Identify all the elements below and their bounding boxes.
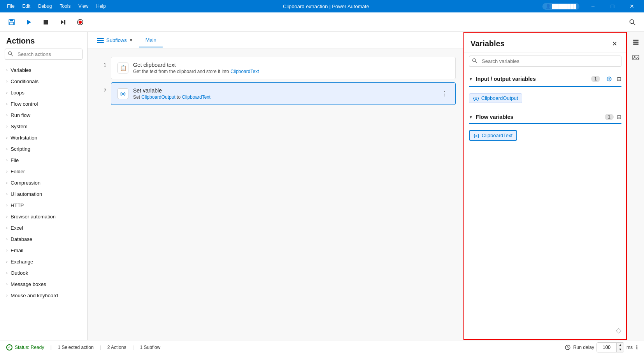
variables-search-input[interactable] [469,56,621,67]
svg-marker-5 [61,20,64,24]
flow-variables-filter-icon[interactable]: ⊟ [617,114,621,120]
action-chevron: › [6,79,7,84]
subflows-button[interactable]: Subflows ▼ [92,34,138,46]
action-item-mouse-and-keyboard[interactable]: ›Mouse and keyboard [0,290,87,301]
action-item-run-flow[interactable]: ›Run flow [0,110,87,121]
run-delay-decrement[interactable]: ▼ [617,347,624,352]
input-output-filter-icon[interactable]: ⊟ [617,76,621,82]
svg-line-12 [11,54,13,56]
action-label: Run flow [11,112,30,118]
menu-help[interactable]: Help [92,0,110,12]
action-item-folder[interactable]: ›Folder [0,166,87,177]
tab-main[interactable]: Main [139,33,163,47]
action-chevron: › [6,158,7,162]
search-toolbar-button[interactable] [625,15,639,29]
close-button[interactable]: ✕ [623,0,641,12]
action-label: Mouse and keyboard [11,293,58,298]
step-desc-1: Get the text from the clipboard and stor… [133,69,449,74]
variables-panel: Variables ✕ ▼ Input / output variables 1 [463,32,627,340]
run-delay-unit: ms [626,345,633,350]
menu-file[interactable]: File [3,0,18,12]
canvas-area: Subflows ▼ Main 1 📋 Get clipboard text G… [88,32,463,340]
svg-rect-2 [10,22,14,25]
step-card-1[interactable]: 📋 Get clipboard text Get the text from t… [111,57,456,79]
action-chevron: › [6,91,7,95]
run-delay-spinners: ▲ ▼ [616,343,624,352]
run-delay-info-button[interactable]: ℹ [636,344,638,351]
image-button[interactable] [629,51,643,65]
action-item-scripting[interactable]: ›Scripting [0,143,87,155]
run-delay-increment[interactable]: ▲ [617,343,624,347]
stop-button[interactable] [39,15,53,29]
variables-close-button[interactable]: ✕ [609,38,620,49]
action-item-message-boxes[interactable]: ›Message boxes [0,279,87,290]
record-button[interactable] [73,15,87,29]
run-delay-input[interactable] [597,344,616,351]
action-label: Conditionals [11,78,39,84]
step-card-2[interactable]: {x} Set variable Set ClipboardOutput to … [111,82,456,105]
action-item-system[interactable]: ›System [0,121,87,132]
action-item-browser-automation[interactable]: ›Browser automation [0,211,87,222]
svg-point-9 [630,19,634,23]
action-item-http[interactable]: ›HTTP [0,200,87,211]
title-bar: File Edit Debug Tools View Help Clipboar… [0,0,644,12]
action-label: Scripting [11,146,30,152]
flow-variables-section-header[interactable]: ▼ Flow variables 1 ⊟ [464,111,626,123]
action-chevron: › [6,102,7,106]
save-button[interactable] [5,15,19,29]
content-area: Actions ›Variables›Conditionals›Loops›Fl… [0,32,644,340]
flow-canvas: 1 📋 Get clipboard text Get the text from… [88,49,463,340]
menu-tools[interactable]: Tools [56,0,74,12]
action-chevron: › [6,260,7,264]
variables-search-icon [472,58,477,65]
svg-rect-4 [44,20,48,24]
action-item-compression[interactable]: ›Compression [0,177,87,188]
flow-variables-section: ▼ Flow variables 1 ⊟ {x} ClipboardText [464,111,626,145]
action-chevron: › [6,192,7,196]
svg-point-13 [473,59,476,62]
action-item-excel[interactable]: ›Excel [0,222,87,234]
clipboard-output-chip[interactable]: {x} ClipboardOutput [469,93,522,103]
run-delay-label: Run delay [573,345,594,350]
run-button[interactable] [22,15,36,29]
menu-edit[interactable]: Edit [18,0,34,12]
action-chevron: › [6,293,7,298]
clipboard-output-label: ClipboardOutput [481,95,518,101]
action-chevron: › [6,226,7,230]
clipboard-text-chip[interactable]: {x} ClipboardText [469,130,517,141]
action-item-workstation[interactable]: ›Workstation [0,132,87,143]
input-output-variables-section: ▼ Input / output variables 1 ⊕ ⊟ {x} Cli… [464,71,626,108]
minimize-button[interactable]: – [584,0,602,12]
user-account[interactable]: 👤 ████████ [542,3,579,10]
svg-point-8 [79,21,82,24]
action-item-file[interactable]: ›File [0,155,87,166]
layers-button[interactable] [629,35,643,49]
action-item-outlook[interactable]: ›Outlook [0,267,87,279]
menu-debug[interactable]: Debug [34,0,56,12]
action-item-database[interactable]: ›Database [0,234,87,245]
action-label: Email [11,248,23,253]
action-item-loops[interactable]: ›Loops [0,87,87,98]
action-item-email[interactable]: ›Email [0,245,87,256]
add-variable-button[interactable]: ⊕ [606,75,612,83]
menu-view[interactable]: View [74,0,92,12]
action-item-ui-automation[interactable]: ›UI automation [0,188,87,200]
action-label: Exchange [11,259,33,265]
action-label: UI automation [11,191,42,197]
step-number-1: 1 [95,57,106,68]
next-step-button[interactable] [56,15,70,29]
action-label: Loops [11,90,24,96]
action-item-exchange[interactable]: ›Exchange [0,256,87,267]
restore-button[interactable]: □ [604,0,621,12]
subflow-count: 1 Subflow [140,345,161,350]
input-output-divider [469,86,621,87]
variables-header: Variables ✕ [464,33,626,52]
flow-variables-chips: {x} ClipboardText [464,127,626,145]
input-output-section-header[interactable]: ▼ Input / output variables 1 ⊕ ⊟ [464,71,626,86]
step-menu-2[interactable]: ⋮ [440,89,449,99]
action-item-variables[interactable]: ›Variables [0,65,87,76]
action-chevron: › [6,169,7,174]
actions-search-input[interactable] [5,49,82,60]
action-item-flow-control[interactable]: ›Flow control [0,98,87,110]
action-item-conditionals[interactable]: ›Conditionals [0,76,87,87]
